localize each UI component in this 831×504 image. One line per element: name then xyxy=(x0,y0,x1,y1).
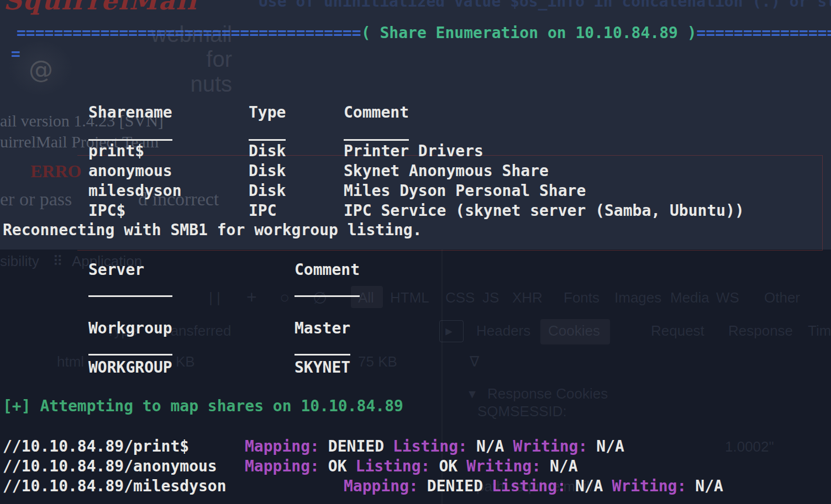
share-type: Disk xyxy=(249,141,344,161)
share-name: anonymous xyxy=(88,161,249,181)
mapping-value: OK xyxy=(328,457,347,476)
reconnecting-line: Reconnecting with SMB1 for workgroup lis… xyxy=(3,220,422,240)
underline-cell xyxy=(294,285,360,305)
server-table-header: Server Comment xyxy=(0,260,831,280)
server-table-underlines xyxy=(0,285,831,305)
clipped-previous-line: Use of uninitialized value $os_info in c… xyxy=(259,0,831,12)
share-type: Disk xyxy=(249,181,344,201)
underline xyxy=(294,354,350,356)
listing-value: N/A xyxy=(575,476,603,496)
listing-label: Listing: xyxy=(393,437,467,457)
writing-label: Writing: xyxy=(466,457,541,476)
mapping-label: Mapping: xyxy=(245,437,319,457)
header-type: Type xyxy=(249,103,344,123)
map-shares-status-line: [+] Attempting to map shares on 10.10.84… xyxy=(3,396,403,416)
mapping-value: DENIED xyxy=(328,437,384,457)
listing-label: Listing: xyxy=(492,476,566,496)
banner-title: ( Share Enumeration on 10.10.84.89 ) xyxy=(361,24,697,42)
header-comment: Comment xyxy=(344,103,831,123)
stray-equals: = xyxy=(11,44,20,64)
writing-label: Writing: xyxy=(612,476,686,496)
share-name: print$ xyxy=(88,141,249,161)
underline-cell xyxy=(88,285,294,305)
share-type: IPC xyxy=(249,201,344,221)
banner-equals-left: ===================================== xyxy=(17,24,361,42)
share-map-row: //10.10.84.89/anonymousMapping:OKListing… xyxy=(3,457,578,476)
share-row: IPC$ IPC IPC Service (skynet server (Sam… xyxy=(0,201,831,221)
underline xyxy=(294,295,360,297)
share-map-row: //10.10.84.89/milesdysonMapping:DENIEDLi… xyxy=(3,476,723,496)
master-value: SKYNET xyxy=(294,358,350,378)
terminal-output[interactable]: Use of uninitialized value $os_info in c… xyxy=(0,0,831,504)
workgroup-row: WORKGROUP SKYNET xyxy=(0,358,831,378)
terminal-screenshot: { "colors":{ "background_top":"#242b3b",… xyxy=(0,0,831,504)
share-enumeration-banner: =====================================( S… xyxy=(17,23,831,43)
header-server-comment: Comment xyxy=(294,260,360,280)
share-table-header: Sharename Type Comment xyxy=(0,103,831,123)
share-comment: Skynet Anonymous Share xyxy=(344,161,831,181)
writing-value: N/A xyxy=(695,476,723,496)
banner-equals-right: =============== xyxy=(697,24,831,42)
share-path: //10.10.84.89/print$ xyxy=(3,437,245,457)
writing-value: N/A xyxy=(550,457,578,476)
workgroup-table-header: Workgroup Master xyxy=(0,319,831,338)
header-master: Master xyxy=(294,319,350,338)
underline xyxy=(249,139,286,141)
writing-label: Writing: xyxy=(513,437,587,457)
share-row: milesdyson Disk Miles Dyson Personal Sha… xyxy=(0,181,831,201)
underline xyxy=(88,354,172,356)
share-type: Disk xyxy=(249,161,344,181)
share-row: print$ Disk Printer Drivers xyxy=(0,141,831,161)
workgroup-value: WORKGROUP xyxy=(88,358,294,378)
listing-value: N/A xyxy=(476,437,504,457)
underline xyxy=(88,295,172,297)
header-workgroup: Workgroup xyxy=(88,319,294,338)
share-map-row: //10.10.84.89/print$Mapping:DENIEDListin… xyxy=(3,437,624,457)
share-row: anonymous Disk Skynet Anonymous Share xyxy=(0,161,831,181)
mapping-label: Mapping: xyxy=(344,476,418,496)
share-comment: IPC Service (skynet server (Samba, Ubunt… xyxy=(344,201,831,221)
share-comment: Printer Drivers xyxy=(344,141,831,161)
share-comment: Miles Dyson Personal Share xyxy=(344,181,831,201)
underline xyxy=(344,139,409,141)
share-path: //10.10.84.89/milesdyson xyxy=(3,476,344,496)
mapping-value: DENIED xyxy=(427,476,483,496)
header-server: Server xyxy=(88,260,294,280)
share-path: //10.10.84.89/anonymous xyxy=(3,457,245,476)
share-name: milesdyson xyxy=(88,181,249,201)
header-sharename: Sharename xyxy=(88,103,249,123)
listing-value: OK xyxy=(439,457,457,476)
listing-label: Listing: xyxy=(356,457,430,476)
share-name: IPC$ xyxy=(88,201,249,221)
underline xyxy=(88,139,172,141)
writing-value: N/A xyxy=(596,437,624,457)
mapping-label: Mapping: xyxy=(245,457,319,476)
